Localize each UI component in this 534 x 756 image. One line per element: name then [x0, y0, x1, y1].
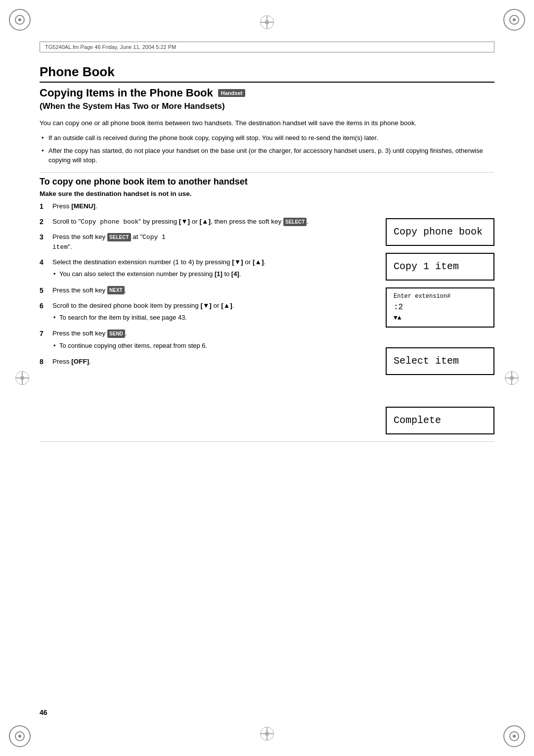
copying-title: Copying Items in the Phone Book	[40, 87, 213, 99]
step-7-sub-bullets: To continue copying other items, repeat …	[52, 341, 376, 351]
page-container: TG5240AL.fm Page 46 Friday, June 11, 200…	[0, 0, 534, 756]
reg-mark-bottom	[260, 726, 274, 741]
corner-decoration-br	[495, 717, 525, 747]
step-6-sub-bullet-1: To search for the item by initial, see p…	[52, 313, 376, 323]
copying-heading: Copying Items in the Phone Book Handset	[40, 87, 494, 99]
step-7-number: 7	[40, 329, 48, 352]
file-info-text: TG5240AL.fm Page 46 Friday, June 11, 200…	[45, 44, 176, 50]
step-8-content: Press [OFF].	[52, 357, 376, 367]
corner-decoration-tl	[9, 9, 39, 39]
reg-mark-top	[260, 15, 274, 30]
handset-badge: Handset	[218, 89, 245, 97]
step-4-content: Select the destination extension number …	[52, 257, 376, 281]
step-2-content: Scroll to "Copy phone book" by pressing …	[52, 217, 376, 227]
step-5-next-badge: NEXT	[107, 286, 125, 294]
reg-mark-right	[504, 371, 519, 385]
step-3-number: 3	[40, 232, 48, 252]
step-4-sub-bullets: You can also select the extension number…	[52, 269, 376, 279]
step-4: 4 Select the destination extension numbe…	[40, 257, 376, 281]
step-6-number: 6	[40, 301, 48, 324]
step-3-select-badge: SELECT	[107, 233, 131, 241]
step-2-number: 2	[40, 217, 48, 227]
screen-complete: Complete	[386, 407, 494, 434]
bullet-item-1: If an outside call is received during th…	[40, 133, 494, 143]
step-6: 6 Scroll to the desired phone book item …	[40, 301, 376, 324]
step-3: 3 Press the soft key SELECT at "Copy 1it…	[40, 232, 376, 252]
reg-mark-left	[15, 371, 30, 385]
steps-left: 1 Press [MENU]. 2 Scroll to "Copy phone …	[40, 201, 386, 436]
screens-column: Copy phone book Copy 1 item Enter extens…	[386, 201, 494, 436]
step-1-number: 1	[40, 201, 48, 212]
step-6-content: Scroll to the desired phone book item by…	[52, 301, 376, 324]
screen-ext: Enter extension# :2 ▼▲	[386, 287, 494, 328]
file-info-bar: TG5240AL.fm Page 46 Friday, June 11, 200…	[40, 42, 494, 52]
step-1: 1 Press [MENU].	[40, 201, 376, 212]
step-5-content: Press the soft key NEXT.	[52, 285, 376, 296]
step-8-number: 8	[40, 357, 48, 367]
step-1-content: Press [MENU].	[52, 201, 376, 212]
section-title: Phone Book	[40, 64, 494, 80]
bullet-item-2: After the copy has started, do not place…	[40, 146, 494, 165]
step-5-number: 5	[40, 285, 48, 296]
bottom-rule	[40, 441, 494, 442]
step-4-sub-bullet-1: You can also select the extension number…	[52, 269, 376, 279]
step-7-content: Press the soft key SEND. To continue cop…	[52, 329, 376, 352]
screen-ext-label: Enter extension#	[394, 292, 487, 301]
screen-ext-value: :2	[394, 302, 487, 313]
step-7-send-badge: SEND	[107, 330, 125, 338]
content-area: Phone Book Copying Items in the Phone Bo…	[40, 64, 494, 697]
page-number: 46	[40, 709, 47, 716]
subsection-rule	[40, 172, 494, 173]
step-7: 7 Press the soft key SEND. To continue c…	[40, 329, 376, 352]
screen-select-item: Select item	[386, 347, 494, 375]
step-2: 2 Scroll to "Copy phone book" by pressin…	[40, 217, 376, 227]
screen-ext-arrow: ▼▲	[394, 314, 487, 323]
step-8-key-off: [OFF]	[71, 358, 89, 365]
step-3-content: Press the soft key SELECT at "Copy 1item…	[52, 232, 376, 252]
step-1-key-menu: [MENU]	[71, 202, 95, 210]
subtitle: (When the System Has Two or More Handset…	[40, 101, 494, 111]
step-6-sub-bullets: To search for the item by initial, see p…	[52, 313, 376, 323]
bold-instruction: Make sure the destination handset is not…	[40, 190, 494, 197]
screen-copy-item: Copy 1 item	[386, 253, 494, 281]
bullet-list: If an outside call is received during th…	[40, 133, 494, 165]
corner-decoration-bl	[9, 717, 39, 747]
screen-copy-phone-book: Copy phone book	[386, 218, 494, 246]
step-7-sub-bullet-1: To continue copying other items, repeat …	[52, 341, 376, 351]
step-5: 5 Press the soft key NEXT.	[40, 285, 376, 296]
step-2-select-badge: SELECT	[283, 218, 307, 226]
intro-text: You can copy one or all phone book items…	[40, 118, 494, 128]
corner-decoration-tr	[495, 9, 525, 39]
sub-heading: To copy one phone book item to another h…	[40, 177, 494, 187]
step-4-number: 4	[40, 257, 48, 281]
step-8: 8 Press [OFF].	[40, 357, 376, 367]
steps-container: 1 Press [MENU]. 2 Scroll to "Copy phone …	[40, 201, 494, 436]
section-title-rule	[40, 82, 494, 83]
